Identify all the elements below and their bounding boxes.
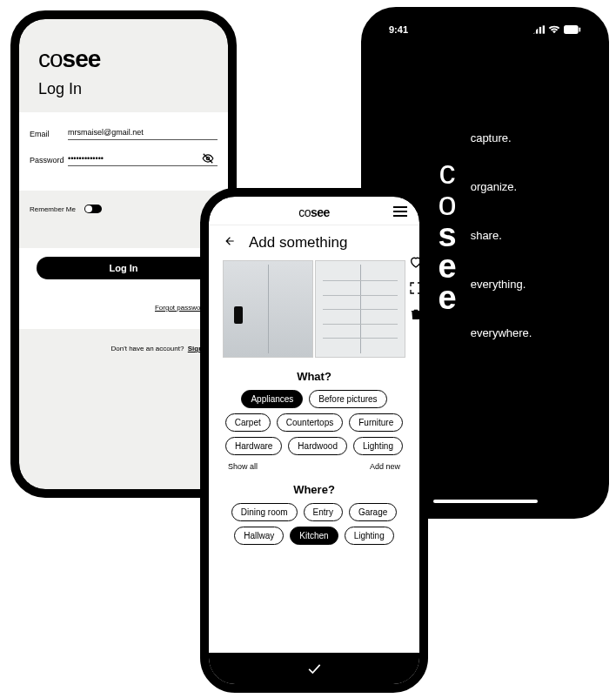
svg-rect-7 xyxy=(579,28,581,32)
brand-vertical-logo: c o s e e xyxy=(439,157,455,313)
image-gallery xyxy=(209,260,419,358)
product-image[interactable] xyxy=(223,260,313,358)
brand-logo: cosee xyxy=(38,45,211,73)
tagline-item: organize. xyxy=(471,180,532,193)
chip-carpet[interactable]: Carpet xyxy=(225,413,271,432)
tagline-item: everything. xyxy=(471,278,532,291)
email-label: Email xyxy=(30,130,68,138)
brand-logo-small: cosee xyxy=(235,205,393,219)
status-icons xyxy=(532,25,581,34)
login-button[interactable]: Log In xyxy=(37,257,211,279)
chip-entry[interactable]: Entry xyxy=(304,503,343,521)
chip-hardware[interactable]: Hardware xyxy=(225,437,282,455)
forgot-password-link[interactable]: Forgot password? xyxy=(37,304,211,312)
tagline-item: capture. xyxy=(471,131,532,144)
no-account-text: Don't have an account? xyxy=(111,345,184,352)
brand-thin: co xyxy=(298,205,311,219)
chip-lighting[interactable]: Lighting xyxy=(353,437,403,455)
show-all-link[interactable]: Show all xyxy=(228,462,258,471)
page-title: Log In xyxy=(38,80,211,98)
svg-rect-5 xyxy=(543,25,545,33)
tagline-item: share. xyxy=(471,229,532,242)
svg-rect-4 xyxy=(539,27,541,34)
chip-garage[interactable]: Garage xyxy=(349,503,397,521)
email-field[interactable]: mrsmaisel@gmail.net xyxy=(68,128,218,140)
add-phone-mockup: cosee Add something xyxy=(200,188,428,693)
password-visibility-icon[interactable] xyxy=(202,152,214,166)
status-time: 9:41 xyxy=(389,24,408,35)
chip-furniture[interactable]: Furniture xyxy=(349,413,403,432)
chip-appliances[interactable]: Appliances xyxy=(241,390,303,408)
back-icon[interactable] xyxy=(223,235,237,251)
delete-icon[interactable] xyxy=(409,307,419,325)
chip-dining-room[interactable]: Dining room xyxy=(231,503,298,521)
device-notch xyxy=(433,16,538,37)
expand-icon[interactable] xyxy=(409,281,419,299)
chip-lighting-room[interactable]: Lighting xyxy=(345,527,394,545)
chip-hardwood[interactable]: Hardwood xyxy=(288,437,347,455)
what-chip-group: Appliances Before pictures Carpet Counte… xyxy=(209,390,419,455)
svg-rect-3 xyxy=(536,29,538,33)
home-indicator xyxy=(433,500,538,503)
tagline-list: capture. organize. share. everything. ev… xyxy=(471,113,532,357)
product-image[interactable] xyxy=(315,260,405,358)
brand-bold: see xyxy=(63,45,101,72)
confirm-button[interactable] xyxy=(209,653,419,684)
chip-kitchen[interactable]: Kitchen xyxy=(290,527,338,545)
brand-thin: co xyxy=(38,45,63,72)
chip-countertops[interactable]: Countertops xyxy=(277,413,343,432)
chip-before-pictures[interactable]: Before pictures xyxy=(309,390,386,408)
remember-me-label: Remember Me xyxy=(30,205,76,213)
menu-icon[interactable] xyxy=(393,206,407,219)
tagline-item: everywhere. xyxy=(471,326,532,339)
page-title: Add something xyxy=(249,234,347,252)
chip-hallway[interactable]: Hallway xyxy=(234,527,284,545)
wifi-icon xyxy=(548,25,560,34)
add-new-link[interactable]: Add new xyxy=(370,462,400,471)
svg-rect-6 xyxy=(564,25,579,34)
where-heading: Where? xyxy=(209,483,419,496)
where-chip-group: Dining room Entry Garage Hallway Kitchen… xyxy=(209,503,419,545)
check-icon xyxy=(305,660,323,677)
battery-icon xyxy=(564,25,581,34)
what-heading: What? xyxy=(209,370,419,383)
password-label: Password xyxy=(30,156,68,164)
brand-bold: see xyxy=(311,205,330,219)
remember-me-toggle[interactable] xyxy=(84,205,102,213)
password-field[interactable]: ••••••••••••• xyxy=(68,154,218,166)
favorite-icon[interactable] xyxy=(409,255,419,272)
